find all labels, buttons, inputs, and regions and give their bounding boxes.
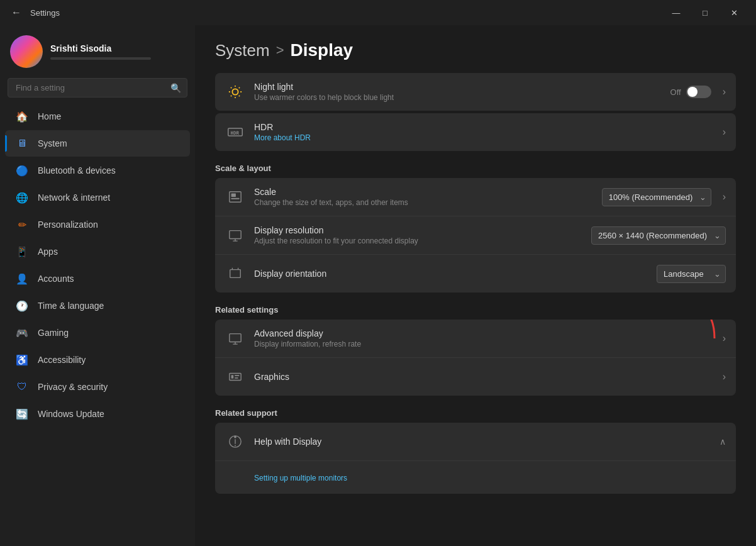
advanced-display-text: Advanced display Display information, re… (254, 328, 718, 348)
personalization-nav-label: Personalization (38, 220, 98, 230)
scale-dropdown-wrap: 100% (Recommended) (602, 188, 711, 206)
svg-rect-23 (231, 375, 234, 379)
monitors-link[interactable]: Setting up multiple monitors (254, 474, 347, 482)
sidebar-item-system[interactable]: 🖥 System (5, 130, 190, 157)
sidebar: Srishti Sisodia 🔍 🏠 Home 🖥 System 🔵 Blue… (0, 25, 195, 546)
scale-row[interactable]: Scale Change the size of text, apps, and… (215, 178, 736, 216)
home-nav-icon: 🏠 (15, 109, 29, 123)
minimize-button[interactable]: — (662, 0, 691, 25)
user-info: Srishti Sisodia (50, 43, 185, 60)
svg-line-3 (231, 87, 231, 88)
time-nav-icon: 🕐 (15, 299, 29, 313)
advanced-display-chevron: › (723, 333, 726, 344)
svg-line-8 (239, 87, 240, 88)
help-display-chevron: ∧ (720, 437, 726, 447)
sidebar-item-privacy[interactable]: 🛡 Privacy & security (5, 374, 190, 400)
svg-rect-17 (230, 270, 241, 278)
personalization-nav-icon: ✏ (15, 218, 29, 231)
svg-text:HDR: HDR (231, 130, 240, 136)
hdr-link[interactable]: More about HDR (254, 133, 718, 142)
sidebar-item-personalization[interactable]: ✏ Personalization (5, 211, 190, 238)
nav-list: 🏠 Home 🖥 System 🔵 Bluetooth & devices 🌐 … (0, 103, 195, 428)
sidebar-item-time[interactable]: 🕐 Time & language (5, 292, 190, 319)
graphics-title: Graphics (254, 372, 718, 382)
scale-layout-card: Scale Change the size of text, apps, and… (215, 178, 736, 292)
display-orientation-row[interactable]: Display orientation Landscape (215, 255, 736, 292)
content-area: System > Display (195, 25, 756, 546)
back-button[interactable]: ← (8, 4, 25, 21)
main-layout: Srishti Sisodia 🔍 🏠 Home 🖥 System 🔵 Blue… (0, 25, 756, 546)
display-resolution-control: 2560 × 1440 (Recommended) (591, 226, 726, 245)
maximize-button[interactable]: □ (691, 0, 720, 25)
display-orientation-text: Display orientation (254, 269, 657, 279)
advanced-display-title: Advanced display (254, 328, 718, 338)
sidebar-item-update[interactable]: 🔄 Windows Update (5, 401, 190, 427)
bluetooth-nav-label: Bluetooth & devices (38, 165, 116, 176)
sidebar-item-accounts[interactable]: 👤 Accounts (5, 265, 190, 292)
display-orientation-control: Landscape (657, 265, 726, 283)
network-nav-icon: 🌐 (15, 191, 29, 204)
display-resolution-text: Display resolution Adjust the resolution… (254, 225, 591, 245)
user-profile[interactable]: Srishti Sisodia (0, 25, 195, 75)
graphics-row[interactable]: Graphics › (215, 358, 736, 396)
night-light-toggle-label: Off (670, 87, 681, 97)
monitors-link-row[interactable]: Setting up multiple monitors (215, 461, 736, 494)
hdr-control: › (718, 126, 726, 138)
sidebar-item-bluetooth[interactable]: 🔵 Bluetooth & devices (5, 157, 190, 184)
sidebar-item-accessibility[interactable]: ♿ Accessibility (5, 347, 190, 373)
accessibility-nav-icon: ♿ (15, 353, 29, 367)
night-light-toggle[interactable] (686, 86, 711, 98)
display-resolution-icon (225, 225, 245, 245)
apps-nav-icon: 📱 (15, 245, 29, 259)
close-button[interactable]: ✕ (720, 0, 748, 25)
display-orientation-title: Display orientation (254, 269, 657, 279)
svg-rect-18 (230, 334, 241, 342)
search-input[interactable] (8, 78, 187, 98)
orientation-dropdown[interactable]: Landscape (657, 265, 726, 283)
svg-line-4 (239, 96, 240, 96)
hdr-text: HDR More about HDR (254, 122, 718, 142)
night-light-subtitle: Use warmer colors to help block blue lig… (254, 93, 670, 102)
titlebar-title: Settings (30, 8, 662, 18)
svg-rect-24 (235, 375, 239, 376)
time-nav-label: Time & language (38, 301, 104, 311)
night-light-row[interactable]: Night light Use warmer colors to help bl… (215, 73, 736, 111)
scale-dropdown[interactable]: 100% (Recommended) (602, 188, 711, 206)
breadcrumb-system[interactable]: System (215, 41, 270, 60)
apps-nav-label: Apps (38, 247, 58, 257)
help-display-row[interactable]: Help with Display ∧ (215, 423, 736, 461)
hdr-row[interactable]: HDR HDR More about HDR › (215, 113, 736, 151)
night-light-text: Night light Use warmer colors to help bl… (254, 82, 670, 102)
advanced-display-row[interactable]: Advanced display Display information, re… (215, 320, 736, 358)
resolution-dropdown[interactable]: 2560 × 1440 (Recommended) (591, 226, 726, 245)
night-light-toggle-wrap: Off (670, 86, 711, 98)
svg-line-7 (231, 96, 231, 96)
sidebar-item-gaming[interactable]: 🎮 Gaming (5, 320, 190, 346)
related-settings-card: Advanced display Display information, re… (215, 320, 736, 396)
advanced-display-control: › (718, 333, 726, 344)
accounts-nav-label: Accounts (38, 274, 74, 284)
help-display-title: Help with Display (254, 437, 720, 447)
sidebar-item-network[interactable]: 🌐 Network & internet (5, 184, 190, 211)
related-settings-header: Related settings (215, 305, 736, 315)
hdr-title: HDR (254, 122, 718, 132)
display-resolution-subtitle: Adjust the resolution to fit your connec… (254, 237, 591, 245)
sidebar-item-home[interactable]: 🏠 Home (5, 103, 190, 130)
orientation-dropdown-wrap: Landscape (657, 265, 726, 283)
scale-title: Scale (254, 187, 602, 197)
svg-rect-13 (231, 198, 240, 199)
update-nav-icon: 🔄 (15, 407, 29, 421)
night-light-card: Night light Use warmer colors to help bl… (215, 73, 736, 111)
graphics-icon (225, 367, 245, 387)
related-support-card: Help with Display ∧ Setting up multiple … (215, 423, 736, 494)
help-display-text: Help with Display (254, 437, 720, 447)
display-resolution-row[interactable]: Display resolution Adjust the resolution… (215, 216, 736, 255)
sidebar-item-apps[interactable]: 📱 Apps (5, 238, 190, 265)
scale-icon (225, 187, 245, 207)
night-light-chevron: › (723, 86, 726, 98)
display-orientation-icon (225, 264, 245, 284)
advanced-display-subtitle: Display information, refresh rate (254, 340, 718, 348)
bluetooth-nav-icon: 🔵 (15, 164, 29, 177)
system-nav-icon: 🖥 (15, 136, 29, 150)
window-controls: — □ ✕ (662, 0, 748, 25)
